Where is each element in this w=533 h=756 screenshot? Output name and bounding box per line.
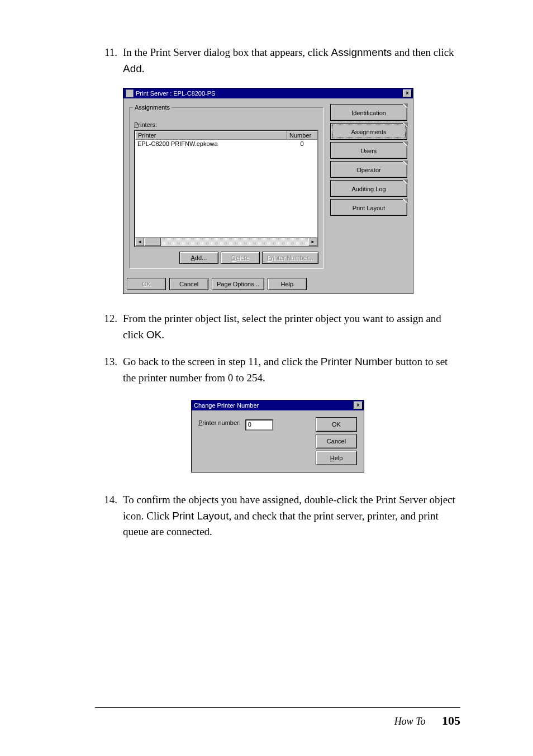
step-text: From the printer object list, select the… [123,311,460,343]
listview-row[interactable]: EPL-C8200 PRIFNW.epkowa 0 [135,140,317,237]
tab-print-layout[interactable]: Print Layout [330,199,407,216]
dialog-bottom-row: OK Cancel Page Options... Help [123,275,413,294]
printer-number-cell: 0 [287,140,317,237]
input-area: Printer number: 0 [198,417,310,465]
step-14: 14. To confirm the objects you have assi… [95,492,460,540]
printer-number-input[interactable]: 0 [245,419,273,431]
printer-name-cell: EPL-C8200 PRIFNW.epkowa [135,140,287,237]
step-number: 12. [95,311,123,343]
scroll-thumb[interactable] [144,238,161,246]
help-button[interactable]: Help [268,278,307,290]
step-11: 11. In the Print Server dialog box that … [95,45,460,77]
cancel-button[interactable]: Cancel [169,278,208,290]
section-title: How To [394,716,426,727]
step-number: 14. [95,492,123,540]
tab-identification[interactable]: Identification [330,104,407,121]
folded-corner-icon [403,142,407,147]
column-number[interactable]: Number [287,131,317,140]
folded-corner-icon [403,161,407,166]
scroll-left-icon[interactable]: ◄ [135,238,144,246]
printer-number-label: Printer number: [198,419,241,426]
step-text: In the Print Server dialog box that appe… [123,45,460,77]
printer-number-button[interactable]: Printer Number... [262,252,318,264]
step-13: 13. Go back to the screen in step 11, an… [95,354,460,386]
cancel-button[interactable]: Cancel [316,434,357,448]
close-button[interactable]: × [354,401,363,409]
window-title: Change Printer Number [194,402,354,409]
step-number: 11. [95,45,123,77]
step-12: 12. From the printer object list, select… [95,311,460,343]
tab-assignments[interactable]: Assignments [330,123,407,140]
change-printer-number-dialog: Change Printer Number × Printer number: … [191,400,364,472]
add-button[interactable]: Add... [179,252,218,264]
window-title: Print Server : EPL-C8200-PS [136,90,403,97]
dialog-right-pane: Identification Assignments Users Operato… [326,102,410,271]
page-options-button[interactable]: Page Options... [212,278,264,290]
titlebar[interactable]: Change Printer Number × [192,400,364,410]
button-column: OK Cancel Help [316,417,357,465]
print-server-dialog: Print Server : EPL-C8200-PS × Assignment… [123,88,413,294]
delete-button[interactable]: Delete [221,252,260,264]
help-button[interactable]: Help [316,451,357,465]
column-printer[interactable]: Printer [135,131,287,140]
print-server-dialog-container: Print Server : EPL-C8200-PS × Assignment… [123,88,460,294]
folded-corner-icon [403,199,407,204]
tab-users[interactable]: Users [330,142,407,159]
step-number: 13. [95,354,123,386]
dialog-left-pane: Assignments Printers: Printer Number EPL… [127,102,326,271]
change-printer-number-dialog-container: Change Printer Number × Printer number: … [95,400,460,472]
scroll-track[interactable] [161,238,308,246]
assignments-groupbox: Assignments Printers: Printer Number EPL… [129,107,323,269]
dialog-body: Printer number: 0 OK Cancel Help [192,410,364,472]
scroll-right-icon[interactable]: ► [308,238,317,246]
titlebar[interactable]: Print Server : EPL-C8200-PS × [123,88,413,98]
folded-corner-icon [403,180,407,185]
horizontal-scrollbar[interactable]: ◄ ► [135,237,317,246]
step-text: Go back to the screen in step 11, and cl… [123,354,460,386]
step-text: To confirm the objects you have assigned… [123,492,460,540]
folded-corner-icon [403,104,407,108]
dialog-body: Assignments Printers: Printer Number EPL… [123,98,413,275]
page-number: 105 [442,714,460,727]
tab-operator[interactable]: Operator [330,161,407,178]
close-button[interactable]: × [403,89,412,97]
tab-auditing-log[interactable]: Auditing Log [330,180,407,197]
ok-button[interactable]: OK [127,278,166,290]
printers-listview[interactable]: Printer Number EPL-C8200 PRIFNW.epkowa 0… [134,130,318,247]
page-footer: How To 105 [95,707,460,728]
ok-button[interactable]: OK [316,417,357,432]
window-icon [126,89,134,97]
listview-header: Printer Number [135,131,317,140]
groupbox-label: Assignments [133,104,172,111]
printers-label: Printers: [134,121,318,128]
folded-corner-icon [403,123,407,127]
button-row: Add... Delete Printer Number... [134,252,318,264]
